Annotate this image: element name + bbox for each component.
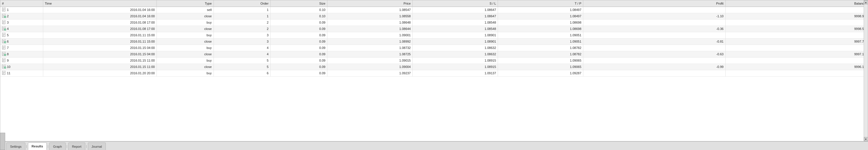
cell-price: 1.08992 (328, 38, 413, 45)
cell-profit: -0.63 (583, 51, 725, 57)
cell-time: 2016.01.15 11:00 (43, 57, 157, 64)
row-icon (2, 20, 6, 25)
cell-tp: 1.08497 (498, 7, 583, 13)
cell-id: 8 (0, 51, 43, 57)
cell-profit: -1.10 (583, 13, 725, 19)
cell-sl: 1.08901 (413, 32, 498, 38)
cell-order: 4 (214, 51, 270, 57)
tab-graph[interactable]: Graph (49, 143, 66, 150)
row-number: 6 (7, 40, 9, 43)
cell-id: 5 (0, 32, 43, 38)
cell-profit (583, 19, 725, 26)
cell-balance (725, 19, 867, 26)
svg-rect-44 (2, 58, 5, 62)
cell-order: 1 (214, 13, 270, 19)
table-header-row: # Time Type Order Size Price S / L T / P… (0, 0, 868, 7)
row-number: 3 (7, 21, 9, 24)
row-icon (2, 33, 6, 37)
cell-sl: 1.08915 (413, 64, 498, 70)
svg-rect-22 (2, 33, 5, 37)
col-header-balance: Balance (725, 0, 867, 7)
cell-time: 2016.01.15 11:00 (43, 64, 157, 70)
tab-report[interactable]: Report (68, 143, 85, 150)
tab-divider: | (86, 143, 88, 150)
cell-profit (583, 57, 725, 64)
table-row: 6 2016.01.11 15:00 close 3 0.09 1.08992 … (0, 38, 868, 45)
cell-profit: -0.99 (583, 64, 725, 70)
tab-settings[interactable]: Settings (6, 143, 25, 150)
cell-sl: 1.08548 (413, 19, 498, 26)
cell-type: sell (157, 7, 214, 13)
cell-order: 5 (214, 64, 270, 70)
cell-price: 1.08648 (328, 19, 413, 26)
tab-journal[interactable]: Journal (88, 143, 106, 150)
table-row: 11 2016.01.20 20:00 buy 6 0.09 1.09237 1… (0, 70, 868, 76)
cell-type: buy (157, 70, 214, 76)
svg-rect-55 (2, 71, 5, 75)
cell-size: 0.09 (270, 45, 327, 51)
cell-price: 1.08558 (328, 13, 413, 19)
cell-type: buy (157, 57, 214, 64)
cell-size: 0.09 (270, 19, 327, 26)
scroll-down-arrow[interactable]: ▼ (864, 137, 868, 141)
col-header-size: Size (270, 0, 327, 7)
cell-order: 3 (214, 38, 270, 45)
tab-results[interactable]: Results (28, 143, 47, 150)
cell-profit (583, 45, 725, 51)
cell-size: 0.09 (270, 38, 327, 45)
svg-rect-11 (2, 20, 5, 24)
results-table-container: # Time Type Order Size Price S / L T / P… (0, 0, 868, 141)
cell-size: 0.09 (270, 51, 327, 57)
cell-balance: 9997.10 (725, 51, 867, 57)
cell-time: 2016.01.08 17:00 (43, 19, 157, 26)
cell-tp: 1.09065 (498, 57, 583, 64)
cell-tp: 1.09051 (498, 38, 583, 45)
scroll-track[interactable] (864, 4, 868, 137)
col-header-order: Order (214, 0, 270, 7)
cell-tp: 1.08497 (498, 13, 583, 19)
cell-tp: 1.08782 (498, 45, 583, 51)
cell-id: 11 (0, 70, 43, 76)
cell-time: 2016.01.11 15:00 (43, 38, 157, 45)
cell-balance (725, 57, 867, 64)
cell-balance: 9998.90 (725, 13, 867, 19)
cell-balance (725, 32, 867, 38)
col-header-time: Time (43, 0, 157, 7)
table-row: 4 2016.01.08 17:00 close 2 0.09 1.08644 … (0, 26, 868, 32)
tab-divider: | (26, 143, 28, 150)
col-header-profit: Profit (583, 0, 725, 7)
table-row: 10 2016.01.15 11:00 close 5 0.09 1.09004… (0, 64, 868, 70)
cell-profit (583, 32, 725, 38)
cell-time: 2016.01.04 16:00 (43, 13, 157, 19)
cell-time: 2016.01.04 16:00 (43, 7, 157, 13)
cell-order: 2 (214, 26, 270, 32)
row-number: 5 (7, 33, 9, 37)
cell-tp: 1.09051 (498, 32, 583, 38)
cell-type: close (157, 38, 214, 45)
tabs-container: Settings|Results|Graph|Report|Journal (6, 143, 106, 150)
cell-price: 1.08547 (328, 7, 413, 13)
cell-size: 0.10 (270, 13, 327, 19)
cell-type: buy (157, 32, 214, 38)
tab-divider: | (66, 143, 68, 150)
cell-type: close (157, 51, 214, 57)
scroll-up-arrow[interactable]: ▲ (864, 0, 868, 4)
cell-tp: 1.09287 (498, 70, 583, 76)
cell-order: 1 (214, 7, 270, 13)
cell-order: 5 (214, 57, 270, 64)
col-header-tp: T / P (498, 0, 583, 7)
cell-sl: 1.08632 (413, 45, 498, 51)
svg-rect-33 (2, 45, 5, 49)
cell-price: 1.09015 (328, 57, 413, 64)
cell-id: 9 (0, 57, 43, 64)
vertical-scrollbar[interactable]: ▲ ▼ (864, 0, 868, 141)
cell-id: 6 (0, 38, 43, 45)
table-row: 1 2016.01.04 16:00 sell 1 0.10 1.08547 1… (0, 7, 868, 13)
row-icon (2, 71, 6, 75)
cell-time: 2016.01.11 15:00 (43, 32, 157, 38)
cell-profit (583, 7, 725, 13)
cell-tp: 1.08698 (498, 26, 583, 32)
cell-sl: 1.09137 (413, 70, 498, 76)
cell-profit: -0.36 (583, 26, 725, 32)
row-icon (2, 58, 6, 63)
